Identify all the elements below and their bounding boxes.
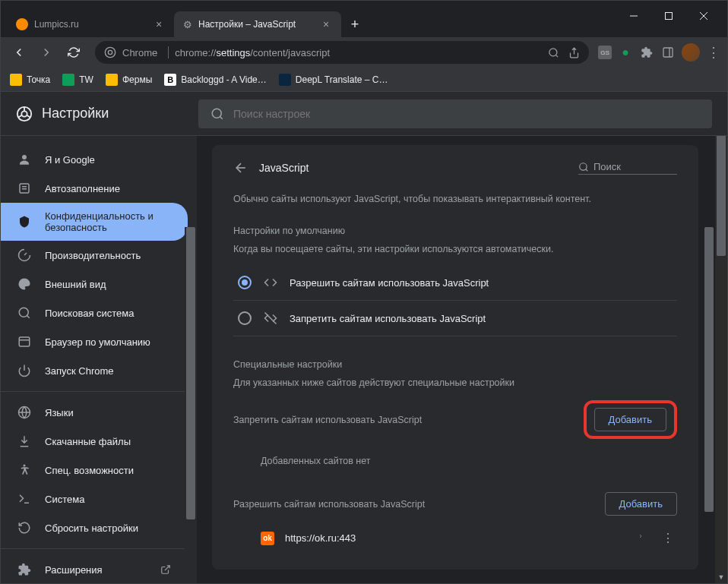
separator	[1, 548, 197, 549]
side-panel-icon[interactable]	[660, 45, 676, 60]
radio-checked-icon	[238, 276, 252, 289]
sidebar-item-extensions[interactable]: Расширения	[1, 555, 188, 583]
sidebar-item-downloads[interactable]: Скачанные файлы	[1, 427, 188, 456]
svg-line-13	[27, 115, 30, 117]
svg-point-29	[24, 465, 26, 467]
sidebar-item-startup[interactable]: Запуск Chrome	[1, 356, 188, 385]
site-row: ok https://ok.ru:443 ⋮	[233, 523, 677, 548]
bookmark-item[interactable]: TW	[62, 74, 93, 86]
allow-label: Разрешить сайтам использовать JavaScript	[233, 499, 425, 510]
more-icon[interactable]: ⋮	[662, 531, 674, 545]
bookmark-item[interactable]: Фермы	[106, 74, 152, 86]
forward-button[interactable]	[34, 40, 59, 65]
search-icon	[578, 162, 589, 172]
sidebar-label: Языки	[45, 407, 74, 418]
bookmark-item[interactable]: DeepL Translate – C…	[279, 74, 388, 86]
chrome-icon	[104, 46, 116, 58]
new-tab-button[interactable]: +	[344, 14, 366, 35]
external-link-icon	[160, 564, 171, 575]
sidebar-label: Система	[45, 494, 84, 505]
browser-icon	[17, 335, 31, 349]
svg-point-33	[580, 163, 587, 169]
back-icon[interactable]	[233, 160, 248, 175]
sidebar-item-system[interactable]: Система	[1, 485, 188, 513]
sidebar-item-languages[interactable]: Языки	[1, 398, 188, 427]
svg-rect-24	[19, 337, 30, 346]
sidebar-label: Конфиденциальность и безопасность	[45, 210, 171, 233]
panel-title: JavaScript	[259, 162, 568, 174]
window-scrollbar[interactable]: ▲ ▼	[715, 92, 727, 583]
sidebar-item-reset[interactable]: Сбросить настройки	[1, 513, 188, 542]
radio-label: Запретить сайтам использовать JavaScript	[290, 313, 486, 324]
reload-button[interactable]	[62, 40, 86, 65]
search-icon	[17, 306, 31, 320]
share-icon[interactable]	[568, 47, 580, 58]
add-block-button[interactable]: Добавить	[594, 408, 666, 431]
sidebar-item-appearance[interactable]: Внешний вид	[1, 270, 188, 298]
highlight-annotation: Добавить	[584, 400, 677, 439]
omnibox[interactable]: Chrome chrome://settings/content/javascr…	[95, 41, 589, 64]
sidebar-label: Производительность	[45, 250, 141, 261]
panel-search[interactable]: Поиск	[578, 161, 677, 175]
sidebar-item-google[interactable]: Я и Google	[1, 145, 188, 174]
menu-icon[interactable]: ⋮	[706, 45, 721, 60]
sidebar-item-default-browser[interactable]: Браузер по умолчанию	[1, 327, 188, 356]
chevron-right-icon[interactable]	[638, 531, 644, 545]
main-scrollbar[interactable]	[703, 227, 715, 583]
bookmark-label: Backloggd - A Vide…	[181, 74, 267, 85]
close-icon[interactable]: ×	[320, 18, 332, 30]
bookmark-label: TW	[79, 74, 93, 85]
toolbar-extensions: GS ● ⋮	[598, 43, 721, 62]
sidebar-item-accessibility[interactable]: Спец. возможности	[1, 456, 188, 485]
sidebar-item-privacy[interactable]: Конфиденциальность и безопасность	[1, 203, 188, 241]
content-area: Настройки Я и Google Автозаполнение Конф…	[1, 92, 727, 583]
bookmark-bar: Точка TW Фермы BBackloggd - A Vide… Deep…	[1, 68, 727, 92]
settings-search[interactable]	[198, 99, 712, 128]
chrome-icon	[16, 106, 33, 122]
settings-search-input[interactable]	[233, 108, 700, 120]
speedometer-icon	[17, 248, 31, 262]
folder-icon	[106, 74, 118, 86]
svg-point-17	[22, 155, 27, 159]
download-icon	[17, 434, 31, 448]
javascript-panel: JavaScript Поиск Обычно сайты используют…	[212, 145, 698, 570]
power-icon	[17, 364, 31, 377]
sidebar-label: Спец. возможности	[45, 465, 134, 476]
sidebar-item-performance[interactable]: Производительность	[1, 241, 188, 270]
add-allow-button[interactable]: Добавить	[605, 492, 677, 516]
sidebar-item-search[interactable]: Поисковая система	[1, 298, 188, 327]
window-controls	[616, 4, 721, 28]
minimize-button[interactable]	[616, 4, 651, 28]
tab-lumpics[interactable]: Lumpics.ru ×	[7, 11, 174, 37]
ext-icon-2[interactable]: ●	[618, 45, 633, 60]
defaults-title: Настройки по умолчанию	[233, 226, 677, 236]
svg-rect-1	[666, 13, 673, 20]
back-button[interactable]	[7, 40, 31, 65]
custom-title: Специальные настройки	[233, 359, 677, 370]
sheets-icon	[62, 74, 74, 86]
code-off-icon	[264, 311, 277, 325]
close-icon[interactable]: ×	[153, 18, 165, 30]
sidebar-scrollbar[interactable]	[185, 227, 197, 583]
block-section-header: Запретить сайтам использовать JavaScript…	[233, 400, 677, 439]
empty-message: Добавленных сайтов нет	[233, 447, 677, 475]
ext-icon-1[interactable]: GS	[598, 46, 612, 59]
maximize-button[interactable]	[651, 4, 686, 28]
accessibility-icon	[17, 463, 31, 477]
bookmark-item[interactable]: BBackloggd - A Vide…	[164, 74, 267, 86]
sidebar-label: Браузер по умолчанию	[45, 336, 150, 348]
allow-section-header: Разрешить сайтам использовать JavaScript…	[233, 492, 677, 516]
search-icon[interactable]	[548, 47, 559, 58]
block-label: Запретить сайтам использовать JavaScript	[233, 415, 422, 425]
bookmark-item[interactable]: Точка	[10, 74, 50, 86]
radio-block[interactable]: Запретить сайтам использовать JavaScript	[233, 301, 677, 336]
extensions-icon[interactable]	[639, 45, 654, 60]
settings-sidebar: Я и Google Автозаполнение Конфиденциальн…	[1, 92, 197, 583]
avatar[interactable]	[682, 43, 700, 62]
scroll-down-icon[interactable]: ▼	[715, 571, 727, 583]
close-window-button[interactable]	[686, 4, 721, 28]
tab-settings[interactable]: ⚙ Настройки – JavaScript ×	[174, 11, 341, 37]
radio-allow[interactable]: Разрешить сайтам использовать JavaScript	[233, 265, 677, 301]
settings-title: Настройки	[42, 106, 109, 122]
sidebar-item-autofill[interactable]: Автозаполнение	[1, 174, 188, 203]
